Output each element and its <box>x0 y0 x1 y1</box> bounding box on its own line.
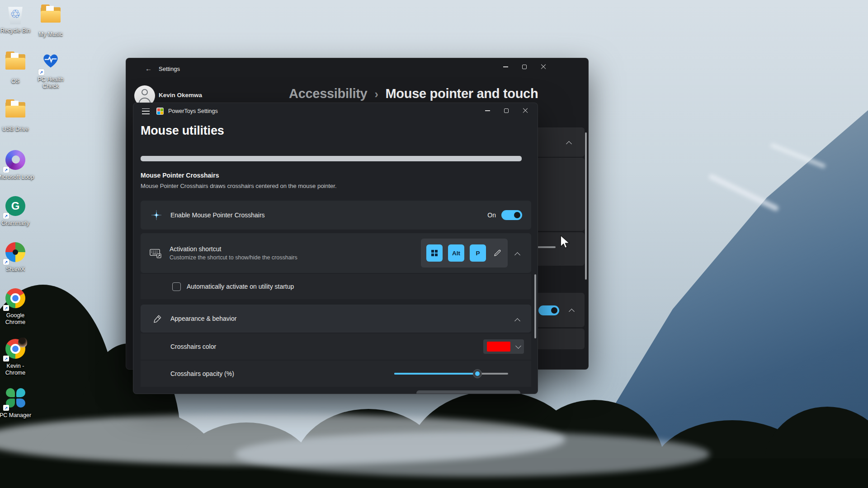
shortcut-subtitle: Customize the shortcut to show/hide the … <box>170 254 297 261</box>
window-controls <box>478 104 535 117</box>
activation-shortcut-card[interactable]: Activation shortcut Customize the shortc… <box>141 233 531 273</box>
maximize-button[interactable] <box>497 104 516 117</box>
chevron-up-icon[interactable] <box>514 252 520 258</box>
crosshairs-color-picker[interactable] <box>483 339 524 354</box>
hamburger-menu-icon[interactable] <box>142 108 150 114</box>
shortcut-arrow-icon <box>3 167 9 173</box>
desktop-icon-label: Google Chrome <box>0 312 34 326</box>
desktop-icon-grammarly[interactable]: G Grammarly <box>0 195 34 227</box>
desktop-icon-label: Kevin - Chrome <box>0 363 34 376</box>
shortcut-arrow-icon <box>3 305 9 311</box>
window-controls <box>496 60 553 74</box>
pencil-icon <box>493 249 501 257</box>
breadcrumb-separator-icon: › <box>374 87 378 101</box>
edit-shortcut-button[interactable] <box>493 249 501 257</box>
microsoft-loop-icon <box>5 150 26 172</box>
desktop-icon-kevin-chrome[interactable]: Kevin - Chrome <box>0 338 34 376</box>
folder-icon <box>40 7 61 29</box>
shortcut-title: Activation shortcut <box>170 245 297 253</box>
opacity-slider[interactable] <box>394 373 508 375</box>
crosshairs-color-row: Crosshairs color <box>141 333 531 360</box>
enable-crosshairs-toggle[interactable] <box>501 210 522 220</box>
folder-icon <box>5 54 26 76</box>
autostart-row: Automatically activate on utility startu… <box>141 274 531 299</box>
desktop-icon-label: Recycle Bin <box>0 28 34 34</box>
shortcut-arrow-icon <box>3 259 9 265</box>
shortcut-arrow-icon <box>3 213 9 219</box>
window-title: Settings <box>159 66 180 72</box>
minimize-button[interactable] <box>478 104 497 117</box>
wallpaper-snow-patch <box>708 173 779 211</box>
desktop-icon-os[interactable]: OS <box>0 51 34 85</box>
desktop-icon-my-music[interactable]: My Music <box>32 4 70 38</box>
opacity-slider-thumb[interactable] <box>473 369 482 378</box>
desktop-icon-sharex[interactable]: ShareX <box>0 241 34 273</box>
page-title: Mouse utilities <box>141 124 224 138</box>
close-icon <box>523 108 528 113</box>
scrollbar[interactable] <box>534 274 536 338</box>
desktop-icon-label: OS <box>0 78 34 85</box>
autostart-label: Automatically activate on utility startu… <box>187 283 294 290</box>
chrome-icon <box>5 288 26 310</box>
chrome-profile-icon <box>5 339 26 361</box>
sharex-icon <box>5 242 26 264</box>
desktop-icon-microsoft-loop[interactable]: Microsoft Loop <box>0 149 34 181</box>
desktop-icon-pc-manager[interactable]: PC Manager <box>0 387 34 419</box>
pc-manager-icon <box>5 388 26 410</box>
chevron-up-icon[interactable] <box>566 141 572 147</box>
user-name: Kevin Okemwa <box>159 92 202 99</box>
desktop-icon-usb-drive[interactable]: USB Drive <box>0 99 34 133</box>
windows-logo-icon <box>431 250 438 256</box>
breadcrumb-current: Mouse pointer and touch <box>385 86 538 101</box>
desktop-icon-label: Microsoft Loop <box>0 174 34 181</box>
crosshairs-color-label: Crosshairs color <box>170 343 216 350</box>
shortcut-keys-panel: Alt P <box>421 239 508 267</box>
minimize-icon <box>485 110 490 111</box>
chevron-down-icon <box>515 343 521 349</box>
enable-crosshairs-card: Enable Mouse Pointer Crosshairs On <box>141 201 531 230</box>
keyboard-shortcut-icon <box>150 248 161 258</box>
toggle-state-label: On <box>487 211 496 219</box>
desktop-icon-label: ShareX <box>0 266 34 273</box>
close-icon <box>541 64 546 70</box>
scrollbar[interactable] <box>585 132 587 280</box>
enable-crosshairs-label: Enable Mouse Pointer Crosshairs <box>170 211 265 219</box>
section-description: Mouse Pointer Crosshairs draws crosshair… <box>141 183 337 189</box>
close-button[interactable] <box>534 60 553 74</box>
crosshairs-opacity-row: Crosshairs opacity (%) <box>141 361 531 387</box>
grammarly-icon: G <box>5 196 26 218</box>
desktop-icon-recycle-bin[interactable]: ♲ Recycle Bin <box>0 4 34 34</box>
profile-photo <box>18 338 27 347</box>
crosshairs-opacity-label: Crosshairs opacity (%) <box>170 370 234 377</box>
crosshairs-sparkle-icon <box>151 210 162 221</box>
desktop-icon-label: USB Drive <box>0 126 34 133</box>
minimize-icon <box>503 66 508 67</box>
desktop-icon-pc-health-check[interactable]: PC Health Check <box>32 51 70 90</box>
pc-health-check-icon <box>40 52 61 74</box>
chevron-up-icon[interactable] <box>569 309 575 314</box>
minimize-button[interactable] <box>496 60 515 74</box>
section-title: Mouse Pointer Crosshairs <box>141 172 219 179</box>
breadcrumb-parent[interactable]: Accessibility <box>289 86 367 101</box>
close-button[interactable] <box>516 104 535 117</box>
opacity-slider-fill <box>394 373 477 375</box>
powertoys-window: PowerToys Settings Mouse utilities Mouse… <box>133 103 538 394</box>
design-pencil-icon <box>151 314 163 323</box>
folder-icon <box>5 102 26 124</box>
recycle-bin-icon: ♲ <box>5 4 26 25</box>
chevron-up-icon[interactable] <box>514 318 520 324</box>
scrolled-card-edge <box>141 156 522 161</box>
autostart-checkbox[interactable] <box>172 282 181 291</box>
avatar-person-icon <box>142 89 148 95</box>
slider-track-fragment[interactable] <box>538 246 556 248</box>
shortcut-arrow-icon <box>3 356 9 361</box>
desktop-icon-label: PC Manager <box>0 412 34 419</box>
next-control-partial <box>416 390 520 394</box>
desktop: ♲ Recycle Bin My Music OS PC Health Chec… <box>0 0 868 488</box>
appearance-behavior-card[interactable]: Appearance & behavior <box>141 305 531 333</box>
maximize-button[interactable] <box>515 60 534 74</box>
toggle-on[interactable] <box>538 305 559 315</box>
back-arrow-icon[interactable]: ← <box>145 65 152 72</box>
desktop-icon-google-chrome[interactable]: Google Chrome <box>0 287 34 326</box>
shortcut-arrow-icon <box>3 405 9 411</box>
